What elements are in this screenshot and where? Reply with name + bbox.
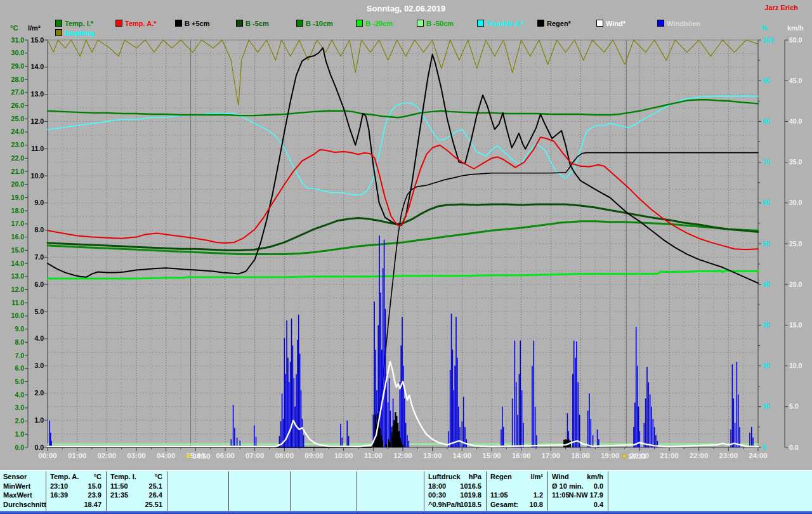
tick-label-celsius: 31.0 [11,36,25,44]
tick-label-rain: 13.0 [31,90,44,98]
x-axis-label: 09:00 [304,452,323,459]
x-axis-label: 24:00 [749,452,767,459]
tick-label-celsius: 0.0 [15,444,24,451]
table-cell-value: N-NW 17.9 [552,491,603,499]
table-separator [357,471,357,511]
series-empfang [48,40,758,105]
tick-label-rain: 12.0 [31,117,44,125]
tick-label-celsius: 14.0 [11,260,25,267]
table-cell-value: 25.51 [110,500,162,509]
tick-label-rain: 9.0 [34,199,44,206]
table-separator [106,471,107,511]
sunrise-icon: ☀ [185,452,192,461]
tick-label-rain: 7.0 [34,253,44,261]
tick-label-wind: 5.0 [789,402,799,410]
table-col-unit: °C [110,472,162,481]
x-axis-label: 15:00 [482,452,501,459]
x-axis-label: 12:00 [393,452,412,459]
tick-label-rain: 11.0 [31,145,44,152]
tick-label-wind: 25.0 [789,240,802,247]
tick-label-wind: 30.0 [789,199,802,206]
tick-label-celsius: 22.0 [11,154,25,162]
x-axis-label: 04:00 [157,452,175,459]
x-axis-label: 02:00 [98,452,116,459]
table-col-unit: hPa [428,472,481,481]
x-axis-label: 00:00 [38,452,56,459]
tick-label-rain: 14.0 [31,63,44,70]
table-separator [608,471,608,511]
tick-label-celsius: 17.0 [11,220,25,227]
table-col-unit: °C [50,472,102,481]
tick-label-rain: 1.0 [34,416,44,424]
series-windboeen [49,235,753,447]
table-cell-value: 26.4 [110,491,162,499]
x-axis-label: 01:00 [68,452,86,459]
tick-label-wind: 35.0 [789,158,802,166]
tick-label-celsius: 7.0 [15,352,24,359]
tick-label-celsius: 28.0 [11,76,25,83]
tick-label-humidity: 0 [763,444,766,451]
tick-label-celsius: 6.0 [15,364,24,372]
x-axis-label: 23:00 [719,452,738,459]
tick-label-celsius: 13.0 [11,272,25,280]
x-axis-label: 13:00 [423,452,442,459]
rain-bar [382,440,383,447]
tick-label-celsius: 26.0 [11,102,25,109]
tick-label-wind: 50.0 [789,36,802,44]
tick-label-wind: 20.0 [789,280,802,288]
tick-label-rain: 2.0 [34,389,44,397]
tick-label-celsius: 5.0 [15,378,24,385]
tick-label-celsius: 25.0 [11,115,25,122]
table-separator [424,471,424,511]
tick-label-celsius: 19.0 [11,194,25,201]
tick-label-celsius: 9.0 [15,325,24,333]
tick-label-celsius: 3.0 [15,404,24,411]
tick-label-humidity: 20 [763,362,770,369]
table-separator [290,471,291,511]
tick-label-celsius: 15.0 [11,246,25,254]
x-axis-label: 17:00 [542,452,560,459]
table-cell-value: 1.2 [490,491,543,499]
tick-label-humidity: 40 [763,280,770,288]
tick-label-rain: 0.0 [34,444,44,451]
tick-label-celsius: 18.0 [11,207,25,214]
x-axis-label: 22:00 [690,452,708,459]
sunrise-marker: ☀04:50 [185,452,211,461]
window-bottom-edge [0,511,812,514]
tick-label-celsius: 20.0 [11,180,25,188]
weather-app-window: Sonntag, 02.06.2019 Jarz Erich Temp. I.*… [0,0,812,514]
tick-label-wind: 40.0 [789,117,802,125]
chart-grid [48,40,758,447]
table-cell-value: 0.4 [552,500,603,509]
tick-label-humidity: 70 [763,158,770,166]
table-cell-value: 1016.5 [428,482,481,491]
table-row-label: MaxWert [3,491,44,499]
tick-label-wind: 15.0 [789,321,802,329]
table-cell-value: 15.0 [50,482,102,491]
x-axis-label: 07:00 [246,452,264,459]
table-row-label: Durchschnitt [3,500,44,509]
x-axis-label: 10:00 [334,452,353,459]
tick-label-celsius: 2.0 [15,417,24,425]
statistics-table: SensorMinWertMaxWertDurchschnittTemp. A.… [0,470,812,511]
tick-label-celsius: 21.0 [11,168,25,175]
table-cell-value: 1019.8 [428,491,481,499]
tick-label-celsius: 1.0 [15,430,24,438]
table-cell-value: 25.1 [110,482,162,491]
x-axis-label: 03:00 [127,452,145,459]
tick-label-rain: 6.0 [34,280,44,288]
tick-label-celsius: 11.0 [11,299,24,306]
table-col-unit: l/m² [490,472,543,481]
tick-label-humidity: 100 [763,36,774,44]
table-separator [228,471,229,511]
sunset-icon: ☀ [620,452,627,461]
rain-bar [389,442,390,447]
tick-label-celsius: 27.0 [11,88,25,96]
tick-label-humidity: 30 [763,321,770,329]
tick-label-rain: 8.0 [34,226,44,234]
x-axis-label: 19:00 [601,452,619,459]
tick-label-humidity: 60 [763,199,770,206]
tick-label-wind: 0.0 [789,444,799,451]
tick-label-rain: 3.0 [34,362,44,369]
rain-bar [400,442,402,447]
